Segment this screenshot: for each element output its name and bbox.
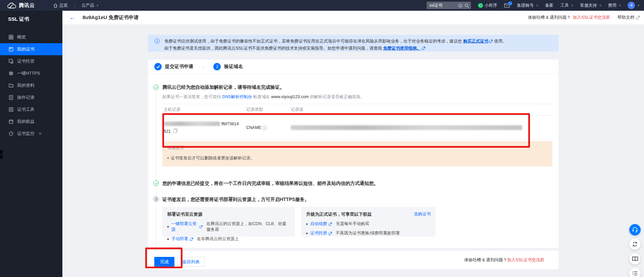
manual-deploy-link[interactable]: 手动部署 (171, 236, 188, 242)
external-link-icon (636, 16, 640, 19)
list-item: 自动续费 无需每年手动购买 (306, 221, 431, 227)
chevron-down-icon: ▾ (638, 4, 639, 7)
step2-label: 验证域名 (224, 64, 243, 70)
search-input[interactable] (429, 3, 456, 8)
calendar-icon (9, 119, 13, 124)
sidebar: SSL 证书 概览 我的证书 证书托管 一键HTTPS 我的资料 (0, 11, 62, 277)
sidebar-collapse-handle[interactable]: ‹ (0, 150, 3, 159)
col-host-record: 主机记录 (162, 107, 246, 113)
record-type-value: CNAME (246, 125, 261, 130)
deploy-section-text: 证书签发后，您还需要将证书部署到云资源上，方可开启HTTPS服务。 (162, 197, 309, 203)
tencent-cloud-logo[interactable]: 腾讯云 (7, 2, 35, 9)
log-icon (9, 95, 13, 100)
overview-icon (9, 35, 13, 40)
sidebar-item-my-certificates[interactable]: 我的证书 (0, 43, 62, 55)
table-header: 主机记录 记录类型 记录值 (162, 104, 552, 116)
main-card: 提交证书申请 › 2 验证域名 腾讯云已经为您自动添加解析记录，请等待域名完成验… (148, 60, 558, 248)
monitor-gauge-icon (9, 131, 13, 136)
sidebar-item-cert-tools[interactable]: 证书工具 (0, 103, 62, 116)
back-arrow-icon[interactable]: ← (69, 14, 75, 21)
sidebar-item-cert-monitor[interactable]: 证书监控 ⧉ (0, 128, 62, 140)
nav-support[interactable]: 客服支持 ▾ (580, 3, 601, 8)
documentation-button[interactable] (629, 253, 641, 265)
masked-host-record (164, 122, 220, 126)
survey-list-button[interactable] (629, 268, 641, 277)
done-button[interactable]: 完成 (154, 257, 174, 267)
list-item: 证书托管 不再因为证书更换/续费而重新部署 (306, 230, 431, 236)
deploy-box-title: 部署证书至云资源 (167, 211, 290, 217)
home-icon (53, 3, 58, 8)
list-icon (632, 271, 638, 276)
sidebar-item-my-profile[interactable]: 我的资料 (0, 79, 62, 91)
tools-icon (9, 107, 13, 112)
divider (74, 3, 75, 8)
banner-line2: 由于免费证书是无偿提供，因此腾讯云SSL证书不提供免费证书的技术支持或安装指导。… (164, 45, 506, 52)
table-row: ffbf73814 521 CNAMEi (162, 116, 552, 140)
host-record-suffix: ffbf73814 (221, 122, 239, 126)
nav-tools[interactable]: 工具 ▾ (560, 3, 573, 8)
buy-cert-link[interactable]: 选购证书 (414, 211, 431, 217)
external-link-icon (329, 232, 332, 235)
sidebar-item-overview[interactable]: 概览 (0, 31, 62, 43)
sidebar-item-operation-log[interactable]: 操作记录 (0, 91, 62, 103)
nav-account[interactable]: 4 ▾ (628, 2, 639, 9)
sidebar-title: SSL 证书 (0, 11, 62, 22)
upgrade-box: 升级为正式证书，可享受以下权益 选购证书 自动续费 无需每年手动购买 证书托管 … (301, 207, 435, 236)
feedback-prefix: 体验吐槽 & 遇到问题？ (528, 15, 571, 20)
help-doc-link[interactable]: 帮助文档 (618, 15, 634, 20)
step3-number: 3 (153, 196, 159, 202)
chevron-down-icon: ▾ (599, 4, 601, 7)
dns-section-subtext: 如果证书一直没签发，您可前往 DNS解析控制台 检查域名 www.xiyouji… (162, 94, 365, 100)
auto-renew-link[interactable]: 自动续费 (310, 221, 327, 227)
chevron-down-icon: ▾ (536, 4, 538, 7)
free-cert-guide-link[interactable]: 免费证书使用指南。 (383, 46, 421, 51)
customer-service-button[interactable] (629, 224, 641, 235)
sidebar-item-one-click-https[interactable]: 一键HTTPS (0, 67, 62, 79)
app-root: 腾讯云 总览 云产品 ▾ ✕ 小程序 (0, 0, 644, 277)
back-to-list-button[interactable]: 返回列表 (177, 257, 205, 267)
page-header: ← 8u9Ag1eU 免费证书申请 体验吐槽 & 遇到问题？ 加入SSL证书交流… (62, 11, 644, 25)
refresh-arrows-icon (632, 241, 638, 247)
buy-formal-cert-link[interactable]: 购买正式证书 (463, 39, 488, 44)
sidebar-item-cert-hosting[interactable]: 证书托管 (0, 55, 62, 67)
copy-icon[interactable] (173, 129, 177, 133)
certificate-icon (9, 47, 13, 52)
nav-overview[interactable]: 总览 (53, 3, 68, 8)
feedback-refresh-button[interactable] (629, 238, 641, 250)
clear-search-icon[interactable]: ✕ (458, 3, 463, 8)
steps-bar: 提交证书申请 › 2 验证域名 (148, 60, 558, 74)
external-link-icon (489, 40, 493, 43)
join-group-link[interactable]: 加入SSL证书交流群 (573, 15, 610, 20)
nav-billing[interactable]: 费用 ▾ (608, 3, 621, 8)
info-tooltip-icon[interactable]: i (262, 126, 267, 130)
free-cert-info-banner: i 免费证书仅供测试使用，由于免费证书的兼容性不如正式证书，若将免费证书应用在正… (148, 35, 558, 52)
external-link-icon (200, 225, 203, 228)
notice-item: 证书签发后才可以删除或者更改该解析记录。 (167, 155, 552, 161)
submit-section-text: 您的申请信息已经提交，将在一个工作日内完成审核，审核结果将以短信、邮件及站内信的… (162, 181, 378, 187)
list-item: 一键部署云资源 在腾讯云的云资源上，如CDN、CLB、轻量服务器 (167, 221, 290, 232)
cert-hosting-link[interactable]: 证书托管 (310, 230, 327, 236)
nav-icp[interactable]: 备案 (545, 3, 553, 8)
nav-messages[interactable] (504, 3, 510, 8)
chevron-down-icon: ▾ (97, 4, 99, 7)
open-book-icon (632, 256, 638, 262)
logo-text: 腾讯云 (19, 2, 35, 9)
dns-console-link[interactable]: DNS解析控制台 (222, 94, 252, 99)
nav-miniprogram[interactable]: 小程序 (478, 3, 497, 8)
chevron-right-icon: › (203, 64, 204, 69)
chevron-down-icon: ▾ (572, 4, 573, 7)
sidebar-item-my-benefits[interactable]: 我的权益 (0, 116, 62, 128)
join-group-link[interactable]: 加入SSL证书交流群 (507, 257, 544, 263)
divider (44, 3, 45, 8)
one-click-deploy-link[interactable]: 一键部署云资源 (171, 221, 198, 232)
nav-search[interactable]: ✕ (427, 2, 471, 9)
folder-icon (9, 83, 13, 88)
list-item: 手动部署 在非腾讯云的云资源上 (167, 236, 290, 242)
success-check-icon (153, 181, 159, 186)
host-record-line2: 521 (164, 129, 171, 134)
search-icon[interactable] (465, 3, 469, 8)
feedback-prefix: 体验吐槽 & 遇到问题？ (464, 257, 507, 263)
step1-label: 提交证书申请 (165, 64, 193, 70)
nav-products[interactable]: 云产品 ▾ (82, 3, 98, 8)
nav-group-account[interactable]: 集团账号 ▾ (517, 3, 538, 8)
